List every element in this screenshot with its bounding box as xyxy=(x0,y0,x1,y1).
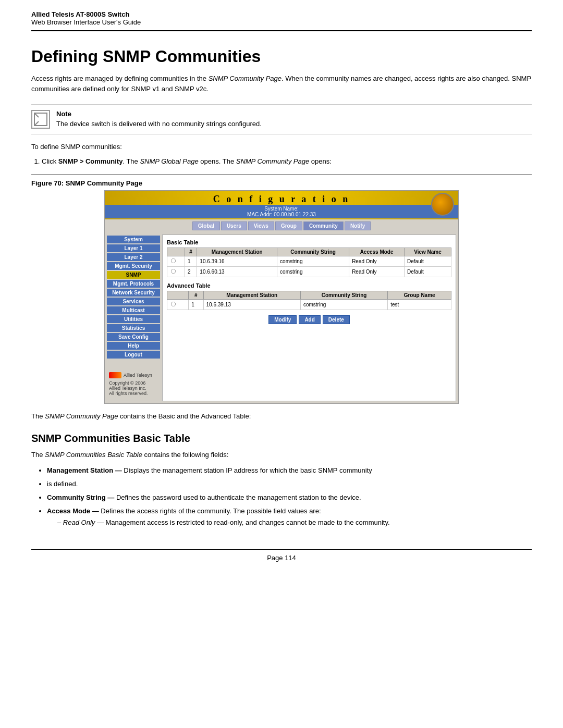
mac-label: MAC Addr: xyxy=(247,212,272,217)
note-text: The device switch is delivered with no c… xyxy=(56,120,262,128)
sidebar-network-security[interactable]: Network Security xyxy=(107,289,160,297)
adv-col-mgmt: Management Station xyxy=(203,291,300,300)
basic-table-title: Basic Table xyxy=(167,239,451,245)
basic-table: # Management Station Community String Ac… xyxy=(167,248,451,277)
page-header: Allied Telesis AT-8000S Switch Web Brows… xyxy=(31,10,532,31)
header-title: Allied Telesis AT-8000S Switch xyxy=(31,10,532,18)
row1-access: Read Only xyxy=(349,256,405,267)
step-1: Click SNMP > Community. The SNMP Global … xyxy=(42,156,532,167)
system-name-label: System Name: xyxy=(264,206,299,212)
adv-col-radio xyxy=(167,291,189,300)
page-title: Defining SNMP Communities xyxy=(31,47,532,66)
adv-row1-community: comstring xyxy=(300,300,387,310)
sidebar-layer1[interactable]: Layer 1 xyxy=(107,244,160,252)
note-content: Note The device switch is delivered with… xyxy=(56,110,262,128)
screenshot-body: System Layer 1 Layer 2 Mgmt. Security SN… xyxy=(105,232,458,403)
tab-community[interactable]: Community xyxy=(303,221,344,230)
rights: All rights reserved. xyxy=(109,391,158,396)
sidebar-multicast[interactable]: Multicast xyxy=(107,306,160,314)
radio-1[interactable] xyxy=(167,256,185,267)
col-radio xyxy=(167,248,185,256)
table-row: 1 10.6.39.16 comstring Read Only Default xyxy=(167,256,451,267)
adv-col-group: Group Name xyxy=(388,291,451,300)
svg-line-1 xyxy=(34,113,39,117)
sidebar-mgmt-security[interactable]: Mgmt. Security xyxy=(107,262,160,270)
sidebar-services[interactable]: Services xyxy=(107,298,160,305)
sub-bullet-read-only: Read Only — Management access is restric… xyxy=(57,517,532,528)
main-content: Basic Table # Management Station Communi… xyxy=(162,235,456,401)
note-icon xyxy=(31,110,50,129)
mac-value: 00.00.b0.01.22.33 xyxy=(274,212,316,217)
sidebar: System Layer 1 Layer 2 Mgmt. Security SN… xyxy=(105,232,162,403)
bullet-is-defined: is defined. xyxy=(47,478,532,490)
system-info-bar: System Name: MAC Addr: 00.00.b0.01.22.33 xyxy=(105,205,458,218)
section2-intro: The SNMP Communities Basic Table contain… xyxy=(31,450,532,461)
page-footer: Page 114 xyxy=(31,549,532,562)
row1-view: Default xyxy=(405,256,451,267)
sidebar-mgmt-protocols[interactable]: Mgmt. Protocols xyxy=(107,280,160,288)
page-number: Page 114 xyxy=(267,554,296,562)
adv-col-community: Community String xyxy=(300,291,387,300)
advanced-table: # Management Station Community String Gr… xyxy=(167,291,451,310)
nav-tabs: Global Users Views Group Community Notif… xyxy=(105,219,458,232)
row1-num: 1 xyxy=(185,256,197,267)
tab-views[interactable]: Views xyxy=(248,221,274,230)
steps-list: Click SNMP > Community. The SNMP Global … xyxy=(42,156,532,167)
row2-community: comstring xyxy=(277,267,349,277)
copyright: Copyright © 2006 xyxy=(109,380,158,386)
tab-users[interactable]: Users xyxy=(221,221,247,230)
advanced-table-title: Advanced Table xyxy=(167,282,451,289)
sidebar-system[interactable]: System xyxy=(107,236,160,243)
row2-num: 2 xyxy=(185,267,197,277)
header-subtitle: Web Browser Interface User's Guide xyxy=(31,18,532,26)
sub-bullet-list: Read Only — Management access is restric… xyxy=(57,517,532,528)
adv-row1-num: 1 xyxy=(189,300,203,310)
col-num: # xyxy=(185,248,197,256)
sidebar-company: Allied Telesyn xyxy=(124,373,152,378)
screenshot: C o n f i g u r a t i o n System Name: M… xyxy=(104,190,459,404)
adv-col-num: # xyxy=(189,291,203,300)
modify-button[interactable]: Modify xyxy=(268,315,297,324)
sidebar-logo: Allied Telesyn xyxy=(109,372,158,378)
row1-mgmt: 10.6.39.16 xyxy=(197,256,277,267)
row2-access: Read Only xyxy=(349,267,405,277)
adv-row1-group: test xyxy=(388,300,451,310)
section2-title: SNMP Communities Basic Table xyxy=(31,433,532,445)
col-community-string: Community String xyxy=(277,248,349,256)
col-mgmt-station: Management Station xyxy=(197,248,277,256)
table-row: 1 10.6.39.13 comstring test xyxy=(167,300,451,310)
bullet-mgmt-station: Management Station — Displays the manage… xyxy=(47,465,532,476)
tab-notify[interactable]: Notify xyxy=(345,221,371,230)
table-row: 2 10.6.60.13 comstring Read Only Default xyxy=(167,267,451,277)
adv-radio-1[interactable] xyxy=(167,300,189,310)
row2-mgmt: 10.6.60.13 xyxy=(197,267,277,277)
company-full: Allied Telesyn Inc. xyxy=(109,386,158,391)
sidebar-layer2[interactable]: Layer 2 xyxy=(107,253,160,261)
delete-button[interactable]: Delete xyxy=(323,315,350,324)
note-box: Note The device switch is delivered with… xyxy=(31,104,532,134)
col-view-name: View Name xyxy=(405,248,451,256)
sidebar-statistics[interactable]: Statistics xyxy=(107,324,160,332)
row2-view: Default xyxy=(405,267,451,277)
action-buttons: Modify Add Delete xyxy=(167,315,451,324)
tab-group[interactable]: Group xyxy=(275,221,302,230)
intro-text: Access rights are managed by defining co… xyxy=(31,73,532,94)
config-title: C o n f i g u r a t i o n xyxy=(105,194,458,205)
tab-global[interactable]: Global xyxy=(192,221,220,230)
sidebar-help[interactable]: Help xyxy=(107,342,160,350)
add-button[interactable]: Add xyxy=(299,315,320,324)
below-figure-text: The SNMP Community Page contains the Bas… xyxy=(31,411,532,422)
config-header: C o n f i g u r a t i o n System Name: M… xyxy=(105,191,458,219)
sidebar-utilities[interactable]: Utilities xyxy=(107,315,160,323)
sidebar-footer: Allied Telesyn Copyright © 2006 Allied T… xyxy=(107,369,160,399)
steps-intro: To define SNMP communities: xyxy=(31,143,532,151)
sidebar-logout[interactable]: Logout xyxy=(107,351,160,359)
svg-line-2 xyxy=(34,121,39,126)
radio-2[interactable] xyxy=(167,267,185,277)
logo-shape xyxy=(109,372,121,378)
sidebar-save-config[interactable]: Save Config xyxy=(107,333,160,341)
sidebar-snmp[interactable]: SNMP xyxy=(107,271,160,279)
config-logo xyxy=(431,193,454,216)
col-access-mode: Access Mode xyxy=(349,248,405,256)
adv-row1-mgmt: 10.6.39.13 xyxy=(203,300,300,310)
